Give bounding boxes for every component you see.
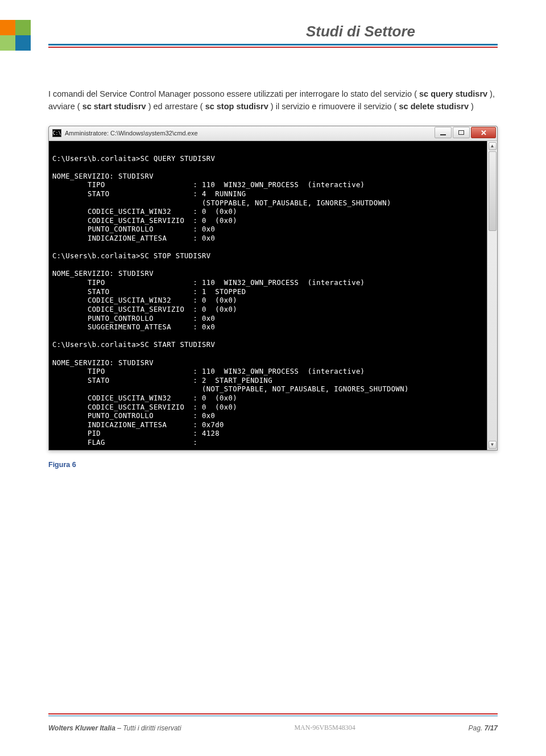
footer-page-label: Pag. <box>469 724 485 732</box>
logo-tile <box>0 35 15 51</box>
body-command: sc query studisrv <box>419 89 487 98</box>
body-text-segment: ) <box>469 102 474 111</box>
footer-brand: Wolters Kluwer Italia <box>48 724 115 732</box>
cmd-body-wrapper: C:\Users\b.corlaita>SC QUERY STUDISRV NO… <box>49 141 497 450</box>
brand-logo <box>0 20 31 51</box>
cmd-scrollbar[interactable]: ▲ ▼ <box>487 141 497 450</box>
cmd-output: C:\Users\b.corlaita>SC QUERY STUDISRV NO… <box>49 141 487 450</box>
body-text-segment: ) ed arrestare ( <box>146 102 205 111</box>
maximize-icon <box>458 130 464 135</box>
minimize-button[interactable] <box>435 127 452 138</box>
body-text-segment: I comandi del Service Control Manager po… <box>48 89 419 98</box>
cmd-icon-glyph: C:\ <box>53 131 61 136</box>
cmd-window-title: Amministratore: C:\Windows\system32\cmd.… <box>65 130 433 137</box>
minimize-icon <box>440 134 446 135</box>
divider-line <box>48 713 498 714</box>
figure-caption: Figura 6 <box>48 461 498 469</box>
cmd-window: C:\ Amministratore: C:\Windows\system32\… <box>48 126 498 451</box>
footer-rights: – Tutti i diritti riservati <box>115 724 181 732</box>
cmd-titlebar: C:\ Amministratore: C:\Windows\system32\… <box>49 126 497 141</box>
body-command: sc delete studisrv <box>399 102 469 111</box>
divider-line <box>48 716 498 717</box>
logo-tile <box>0 20 15 35</box>
body-paragraph: I comandi del Service Control Manager po… <box>48 88 498 113</box>
page-header: Studi di Settore <box>48 23 498 48</box>
cmd-icon: C:\ <box>52 129 61 137</box>
body-command: sc start studisrv <box>82 102 146 111</box>
maximize-button[interactable] <box>453 127 470 138</box>
footer-divider <box>48 712 498 716</box>
body-text-segment: ) il servizio e rimuovere il servizio ( <box>268 102 399 111</box>
scroll-track[interactable] <box>489 151 497 440</box>
logo-tile <box>15 35 31 51</box>
close-button[interactable]: ✕ <box>471 127 496 138</box>
scroll-thumb[interactable] <box>489 151 497 231</box>
footer-doc-id: MAN-96VB5M48304 <box>294 724 355 732</box>
page-footer: Wolters Kluwer Italia – Tutti i diritti … <box>48 724 498 732</box>
logo-tile <box>15 20 31 35</box>
window-controls: ✕ <box>433 127 496 139</box>
page-title: Studi di Settore <box>48 23 415 40</box>
divider-line <box>48 47 498 48</box>
title-underline <box>48 44 498 48</box>
divider-line <box>48 44 498 46</box>
footer-page-number: Pag. 7/17 <box>469 724 498 732</box>
scroll-down-button[interactable]: ▼ <box>489 441 497 449</box>
footer-copyright: Wolters Kluwer Italia – Tutti i diritti … <box>48 724 181 732</box>
footer-page-value: 7/17 <box>485 724 498 732</box>
close-icon: ✕ <box>481 129 487 137</box>
document-page: Studi di Settore I comandi del Service C… <box>0 0 546 756</box>
body-command: sc stop studisrv <box>205 102 268 111</box>
scroll-up-button[interactable]: ▲ <box>489 142 497 150</box>
